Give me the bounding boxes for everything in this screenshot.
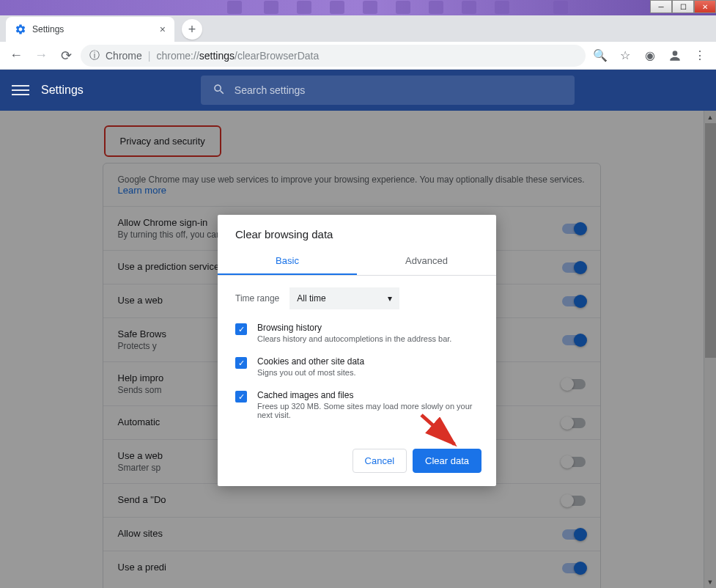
checkbox[interactable]: ✓ bbox=[235, 391, 247, 403]
chevron-down-icon: ▾ bbox=[388, 293, 392, 304]
checkbox-row: ✓Cookies and other site dataSigns you ou… bbox=[235, 356, 479, 377]
dialog-tabs: Basic Advanced bbox=[218, 248, 496, 276]
window-controls: ─ ☐ ✕ bbox=[650, 0, 716, 13]
forward-button[interactable]: → bbox=[31, 45, 51, 66]
checkbox[interactable]: ✓ bbox=[235, 323, 247, 335]
checkbox-title: Browsing history bbox=[257, 323, 451, 333]
desktop-taskbar bbox=[0, 0, 716, 15]
extension-icon[interactable]: ◉ bbox=[640, 45, 660, 66]
new-tab-button[interactable]: + bbox=[182, 19, 202, 40]
time-range-row: Time range All time ▾ bbox=[235, 287, 479, 309]
tab-close-icon[interactable]: × bbox=[160, 23, 166, 35]
dialog-title: Clear browsing data bbox=[218, 215, 496, 248]
profile-icon[interactable] bbox=[665, 45, 685, 66]
bookmark-icon[interactable]: ☆ bbox=[615, 45, 635, 66]
browser-toolbar: ← → ⟳ ⓘ Chrome | chrome://settings/clear… bbox=[0, 42, 716, 70]
cancel-button[interactable]: Cancel bbox=[353, 449, 407, 473]
tab-advanced[interactable]: Advanced bbox=[357, 248, 496, 275]
dialog-actions: Cancel Clear data bbox=[218, 438, 496, 486]
settings-header: Settings Search settings bbox=[0, 70, 716, 111]
time-range-dropdown[interactable]: All time ▾ bbox=[289, 287, 399, 309]
svg-point-0 bbox=[673, 51, 678, 56]
tab-strip: Settings × + bbox=[0, 15, 716, 42]
hamburger-icon[interactable] bbox=[12, 81, 29, 99]
clear-data-button[interactable]: Clear data bbox=[413, 449, 481, 473]
search-settings-input[interactable]: Search settings bbox=[201, 76, 575, 105]
checkbox-subtitle: Frees up 320 MB. Some sites may load mor… bbox=[257, 402, 479, 419]
search-placeholder: Search settings bbox=[235, 84, 306, 96]
site-info-icon[interactable]: ⓘ bbox=[89, 49, 100, 62]
clear-browsing-data-dialog: Clear browsing data Basic Advanced Time … bbox=[218, 215, 496, 486]
checkbox-title: Cookies and other site data bbox=[257, 356, 364, 367]
checkbox-row: ✓Browsing historyClears history and auto… bbox=[235, 323, 479, 343]
checkbox-subtitle: Clears history and autocompletions in th… bbox=[257, 334, 451, 343]
checkbox-title: Cached images and files bbox=[257, 390, 479, 400]
back-button[interactable]: ← bbox=[6, 45, 26, 66]
zoom-icon[interactable]: 🔍 bbox=[590, 45, 610, 66]
search-icon bbox=[213, 83, 226, 98]
address-bar[interactable]: ⓘ Chrome | chrome://settings/clearBrowse… bbox=[81, 45, 586, 67]
checkbox-row: ✓Cached images and filesFrees up 320 MB.… bbox=[235, 390, 479, 419]
maximize-button[interactable]: ☐ bbox=[672, 0, 694, 13]
checkbox[interactable]: ✓ bbox=[235, 357, 247, 369]
settings-title: Settings bbox=[41, 84, 84, 97]
minimize-button[interactable]: ─ bbox=[650, 0, 672, 13]
gear-icon bbox=[15, 23, 26, 35]
omnibox-url: chrome://settings/clearBrowserData bbox=[156, 50, 319, 62]
menu-icon[interactable]: ⋮ bbox=[690, 45, 710, 66]
reload-button[interactable]: ⟳ bbox=[56, 45, 76, 66]
tab-basic[interactable]: Basic bbox=[218, 248, 357, 275]
browser-tab[interactable]: Settings × bbox=[6, 17, 174, 42]
checkbox-subtitle: Signs you out of most sites. bbox=[257, 368, 364, 377]
time-range-label: Time range bbox=[235, 293, 279, 304]
close-button[interactable]: ✕ bbox=[694, 0, 716, 13]
tab-title: Settings bbox=[32, 24, 64, 34]
omnibox-prefix: Chrome bbox=[106, 50, 142, 62]
